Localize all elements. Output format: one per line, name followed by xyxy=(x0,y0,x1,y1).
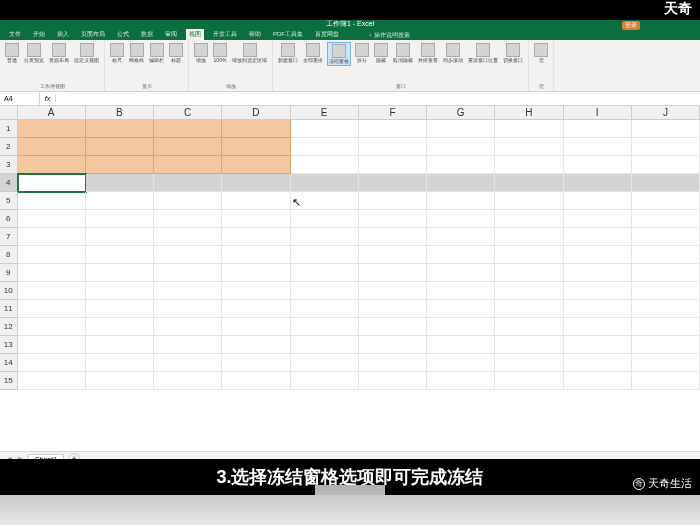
cell-H8[interactable] xyxy=(495,246,563,264)
cell-A4[interactable] xyxy=(18,174,86,192)
fx-icon[interactable]: fx xyxy=(40,95,56,102)
cell-F7[interactable] xyxy=(359,228,427,246)
cell-E1[interactable] xyxy=(291,120,359,138)
cell-I9[interactable] xyxy=(564,264,632,282)
cell-J10[interactable] xyxy=(632,282,700,300)
cell-F15[interactable] xyxy=(359,372,427,390)
login-badge[interactable]: 登录 xyxy=(622,21,640,30)
cell-D2[interactable] xyxy=(222,138,290,156)
cell-I8[interactable] xyxy=(564,246,632,264)
cell-J9[interactable] xyxy=(632,264,700,282)
row-header-7[interactable]: 7 xyxy=(0,228,18,246)
ribbon-btn-自定义视图[interactable]: 自定义视图 xyxy=(73,42,100,64)
cell-G14[interactable] xyxy=(427,354,495,372)
cell-C8[interactable] xyxy=(154,246,222,264)
cell-H6[interactable] xyxy=(495,210,563,228)
cell-D9[interactable] xyxy=(222,264,290,282)
ribbon-btn-分页预览[interactable]: 分页预览 xyxy=(23,42,45,64)
cell-D12[interactable] xyxy=(222,318,290,336)
cell-A11[interactable] xyxy=(18,300,86,318)
cell-E5[interactable] xyxy=(291,192,359,210)
cell-B9[interactable] xyxy=(86,264,154,282)
ribbon-btn-取消隐藏[interactable]: 取消隐藏 xyxy=(392,42,414,66)
ribbon-btn-隐藏[interactable]: 隐藏 xyxy=(373,42,389,66)
cell-F9[interactable] xyxy=(359,264,427,282)
cell-J12[interactable] xyxy=(632,318,700,336)
cell-B11[interactable] xyxy=(86,300,154,318)
cell-G13[interactable] xyxy=(427,336,495,354)
cell-J4[interactable] xyxy=(632,174,700,192)
cell-J11[interactable] xyxy=(632,300,700,318)
cell-E13[interactable] xyxy=(291,336,359,354)
col-header-C[interactable]: C xyxy=(154,106,222,120)
cell-B7[interactable] xyxy=(86,228,154,246)
cell-D14[interactable] xyxy=(222,354,290,372)
cell-H2[interactable] xyxy=(495,138,563,156)
cell-C13[interactable] xyxy=(154,336,222,354)
col-header-B[interactable]: B xyxy=(86,106,154,120)
cell-C5[interactable] xyxy=(154,192,222,210)
cell-C7[interactable] xyxy=(154,228,222,246)
cell-B13[interactable] xyxy=(86,336,154,354)
cell-F6[interactable] xyxy=(359,210,427,228)
ribbon-btn-宏[interactable]: 宏 xyxy=(533,42,549,64)
cell-G5[interactable] xyxy=(427,192,495,210)
cell-J8[interactable] xyxy=(632,246,700,264)
cell-E6[interactable] xyxy=(291,210,359,228)
cell-I11[interactable] xyxy=(564,300,632,318)
cell-H3[interactable] xyxy=(495,156,563,174)
cell-D7[interactable] xyxy=(222,228,290,246)
row-header-12[interactable]: 12 xyxy=(0,318,18,336)
cell-E3[interactable] xyxy=(291,156,359,174)
row-header-6[interactable]: 6 xyxy=(0,210,18,228)
tell-me-search[interactable]: ♀ 操作说明搜索 xyxy=(368,31,410,40)
row-header-14[interactable]: 14 xyxy=(0,354,18,372)
cell-F2[interactable] xyxy=(359,138,427,156)
cell-J7[interactable] xyxy=(632,228,700,246)
cell-H9[interactable] xyxy=(495,264,563,282)
cell-D15[interactable] xyxy=(222,372,290,390)
cell-F11[interactable] xyxy=(359,300,427,318)
ribbon-tab-3[interactable]: 页面布局 xyxy=(78,29,108,40)
cell-A15[interactable] xyxy=(18,372,86,390)
cell-B10[interactable] xyxy=(86,282,154,300)
cell-I12[interactable] xyxy=(564,318,632,336)
cell-A13[interactable] xyxy=(18,336,86,354)
cell-I14[interactable] xyxy=(564,354,632,372)
ribbon-btn-拆分[interactable]: 拆分 xyxy=(354,42,370,66)
cell-G10[interactable] xyxy=(427,282,495,300)
cell-G4[interactable] xyxy=(427,174,495,192)
cell-F10[interactable] xyxy=(359,282,427,300)
cell-D8[interactable] xyxy=(222,246,290,264)
cell-D6[interactable] xyxy=(222,210,290,228)
cell-J3[interactable] xyxy=(632,156,700,174)
cell-E10[interactable] xyxy=(291,282,359,300)
row-header-13[interactable]: 13 xyxy=(0,336,18,354)
cell-A10[interactable] xyxy=(18,282,86,300)
cell-H12[interactable] xyxy=(495,318,563,336)
ribbon-btn-同步滚动[interactable]: 同步滚动 xyxy=(442,42,464,66)
cell-I10[interactable] xyxy=(564,282,632,300)
close-button[interactable] xyxy=(682,20,696,28)
cell-B8[interactable] xyxy=(86,246,154,264)
name-box[interactable]: A4 xyxy=(0,92,40,105)
cell-J15[interactable] xyxy=(632,372,700,390)
row-header-9[interactable]: 9 xyxy=(0,264,18,282)
cell-C1[interactable] xyxy=(154,120,222,138)
cell-I1[interactable] xyxy=(564,120,632,138)
col-header-F[interactable]: F xyxy=(359,106,427,120)
cell-G11[interactable] xyxy=(427,300,495,318)
cell-I3[interactable] xyxy=(564,156,632,174)
cell-E11[interactable] xyxy=(291,300,359,318)
cell-H1[interactable] xyxy=(495,120,563,138)
ribbon-tab-1[interactable]: 开始 xyxy=(30,29,48,40)
cell-G6[interactable] xyxy=(427,210,495,228)
col-header-H[interactable]: H xyxy=(495,106,563,120)
cell-A7[interactable] xyxy=(18,228,86,246)
ribbon-tab-11[interactable]: 百度网盘 xyxy=(312,29,342,40)
cell-B1[interactable] xyxy=(86,120,154,138)
cell-H4[interactable] xyxy=(495,174,563,192)
maximize-button[interactable] xyxy=(666,20,680,28)
cell-A14[interactable] xyxy=(18,354,86,372)
ribbon-btn-缩放[interactable]: 缩放 xyxy=(193,42,209,64)
